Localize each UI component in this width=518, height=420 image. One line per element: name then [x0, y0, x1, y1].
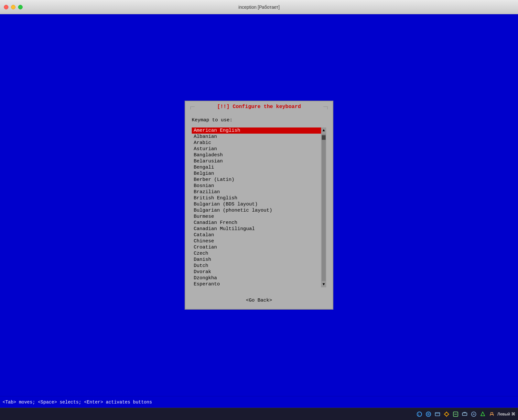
list-item[interactable]: Catalan — [192, 232, 321, 238]
list-item[interactable]: Bulgarian (phonetic layout) — [192, 207, 321, 214]
dialog-footer: <Go Back> — [185, 293, 333, 309]
close-button[interactable] — [4, 5, 8, 9]
status-bar: <Tab> moves; <Space> selects; <Enter> ac… — [0, 396, 518, 408]
minimize-button[interactable] — [11, 5, 16, 9]
taskbar-icon-8[interactable] — [479, 411, 486, 418]
taskbar-icon-6[interactable] — [461, 411, 468, 418]
scroll-down-arrow[interactable]: ▼ — [322, 282, 325, 287]
dialog-body: Keymap to use: American EnglishAlbanianA… — [185, 112, 333, 293]
title-bar: inception [Работает] — [0, 0, 518, 14]
keymap-label: Keymap to use: — [192, 117, 326, 123]
scroll-thumb[interactable] — [322, 135, 326, 140]
list-item[interactable]: Czech — [192, 250, 321, 257]
taskbar-icon-9[interactable] — [488, 411, 495, 418]
scroll-up-arrow[interactable]: ▲ — [322, 127, 325, 133]
corner-decoration-right: ─┐ — [323, 104, 329, 109]
window-controls — [4, 5, 23, 9]
svg-rect-13 — [462, 413, 467, 415]
list-item[interactable]: Bulgarian (BDS layout) — [192, 201, 321, 207]
status-text: <Tab> moves; <Space> selects; <Enter> ac… — [3, 400, 152, 405]
taskbar-icon-3[interactable] — [434, 411, 441, 418]
window-title: inception [Работает] — [238, 5, 280, 10]
taskbar: i — [0, 408, 518, 420]
maximize-button[interactable] — [18, 5, 23, 9]
taskbar-icon-1[interactable]: i — [416, 411, 423, 418]
taskbar-icon-5[interactable] — [452, 411, 459, 418]
list-item[interactable]: American English — [192, 127, 321, 134]
list-item[interactable]: Asturian — [192, 146, 321, 152]
svg-point-6 — [445, 413, 448, 416]
svg-rect-4 — [435, 413, 440, 416]
dialog-title-bar: ┌─ [!!] Configure the keyboard ─┐ — [185, 101, 333, 112]
taskbar-icon-4[interactable] — [443, 411, 450, 418]
list-item[interactable]: Arabic — [192, 140, 321, 146]
main-area: ┌─ [!!] Configure the keyboard ─┐ Keymap… — [0, 14, 518, 396]
list-item[interactable]: Bangladesh — [192, 152, 321, 158]
dialog-title: [!!] Configure the keyboard — [217, 104, 301, 110]
list-item[interactable]: Esperanto — [192, 281, 321, 287]
list-item[interactable]: Brazilian — [192, 189, 321, 195]
list-item[interactable]: Berber (Latin) — [192, 177, 321, 183]
list-item[interactable]: Danish — [192, 257, 321, 263]
go-back-button[interactable]: <Go Back> — [243, 297, 275, 304]
taskbar-icon-7[interactable] — [470, 411, 477, 418]
list-item[interactable]: Burmese — [192, 214, 321, 220]
svg-text:i: i — [418, 413, 419, 416]
list-container: American EnglishAlbanianArabicAsturianBa… — [192, 127, 326, 287]
list-item[interactable]: Canadian French — [192, 220, 321, 226]
list-item[interactable]: Bosnian — [192, 183, 321, 189]
list-item[interactable]: Dvorak — [192, 269, 321, 275]
svg-point-3 — [427, 413, 430, 415]
taskbar-icon-2[interactable] — [425, 411, 432, 418]
corner-decoration-left: ┌─ — [189, 104, 195, 109]
scroll-track — [322, 134, 326, 281]
list-item[interactable]: Albanian — [192, 134, 321, 140]
configure-keyboard-dialog: ┌─ [!!] Configure the keyboard ─┐ Keymap… — [185, 101, 333, 310]
list-item[interactable]: Bengali — [192, 164, 321, 171]
list-item[interactable]: Dzongkha — [192, 275, 321, 281]
list-item[interactable]: Canadian Multilingual — [192, 226, 321, 232]
list-item[interactable]: Chinese — [192, 238, 321, 244]
svg-rect-14 — [463, 412, 466, 413]
keymap-list[interactable]: American EnglishAlbanianArabicAsturianBa… — [192, 127, 321, 287]
list-item[interactable]: Croatian — [192, 244, 321, 250]
scrollbar[interactable]: ▲ ▼ — [321, 127, 326, 287]
svg-rect-16 — [491, 413, 493, 414]
taskbar-label: Левый ⌘ — [497, 412, 515, 416]
list-item[interactable]: British English — [192, 195, 321, 201]
list-item[interactable]: Dutch — [192, 263, 321, 269]
list-item[interactable]: Belgian — [192, 171, 321, 177]
list-item[interactable]: Belarusian — [192, 158, 321, 164]
